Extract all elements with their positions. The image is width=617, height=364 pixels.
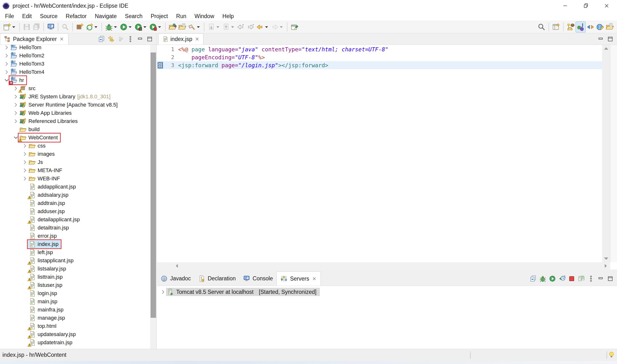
editor-overview-ruler[interactable] (610, 45, 617, 262)
chevron-right-icon[interactable] (22, 159, 28, 165)
tree-item-listuser-jsp[interactable]: listuser.jsp (0, 281, 150, 289)
scroll-left-icon[interactable] (176, 264, 178, 268)
chevron-right-icon[interactable] (3, 61, 10, 67)
tree-item-main-jsp[interactable]: main.jsp (0, 298, 150, 306)
menu-run[interactable]: Run (172, 12, 190, 21)
menu-source[interactable]: Source (36, 12, 62, 21)
menu-window[interactable]: Window (190, 12, 218, 21)
tree-item-login-jsp[interactable]: login.jsp (0, 289, 150, 298)
tree-item-build[interactable]: build (0, 125, 150, 133)
view-menu-button[interactable] (586, 274, 596, 284)
tab-package-explorer[interactable]: Package Explorer (0, 33, 68, 45)
save-button[interactable] (22, 22, 32, 32)
dropdown-arrow-icon[interactable] (12, 26, 15, 28)
code-editor[interactable]: 1<%@ page language="java" contentType="t… (157, 45, 617, 262)
dropdown-arrow-icon[interactable] (197, 26, 200, 28)
tab-servers[interactable]: Servers (276, 272, 321, 286)
minimize-view-button[interactable] (596, 274, 605, 284)
code-line-1[interactable]: 1<%@ page language="java" contentType="t… (157, 45, 602, 53)
tree-item-hellotom2[interactable]: JHelloTom2 (0, 52, 150, 60)
perspective-web-button[interactable] (595, 22, 605, 32)
view-menu-button[interactable] (126, 34, 135, 44)
maximize-view-button[interactable] (145, 34, 154, 44)
dropdown-arrow-icon[interactable] (143, 26, 146, 28)
dropdown-arrow-icon[interactable] (265, 26, 268, 28)
tree-item-detailtrain-jsp[interactable]: detailtrain.jsp (0, 224, 150, 232)
dropdown-arrow-icon[interactable] (114, 26, 117, 28)
scroll-down-icon[interactable] (604, 258, 608, 260)
open-resource-button[interactable] (177, 22, 187, 32)
tree-item-adduser-jsp[interactable]: adduser.jsp (0, 207, 150, 216)
tree-item-hellotom3[interactable]: JHelloTom3 (0, 60, 150, 68)
editor-ruler[interactable] (157, 61, 164, 69)
coverage-button[interactable] (133, 22, 148, 32)
perspective-java-ee-button[interactable] (566, 22, 576, 32)
editor-ruler[interactable] (157, 53, 164, 61)
close-icon[interactable] (194, 36, 200, 42)
tree-item-manage-jsp[interactable]: manage.jsp (0, 314, 150, 322)
close-window-button[interactable] (596, 0, 617, 12)
close-icon[interactable] (312, 276, 317, 281)
dropdown-arrow-icon[interactable] (158, 26, 161, 28)
tree-item-updatetrain-jsp[interactable]: updatetrain.jsp (0, 338, 150, 347)
maximize-view-button[interactable] (605, 34, 615, 44)
tree-item-listsalary-jsp[interactable]: listsalary.jsp (0, 265, 150, 273)
chevron-right-icon[interactable] (22, 167, 28, 174)
chevron-down-icon[interactable] (3, 77, 10, 83)
tree-item-referenced-libraries[interactable]: Referenced Libraries (0, 117, 150, 125)
search-button[interactable] (537, 22, 546, 32)
code-line-3[interactable]: 3<jsp:forward page="/login.jsp"></jsp:fo… (157, 61, 602, 69)
minimize-view-button[interactable] (596, 34, 605, 44)
new-web-wizard-button[interactable] (75, 22, 85, 32)
debug-button[interactable] (104, 22, 119, 32)
profile-server-button[interactable] (557, 274, 567, 284)
tree-item-addapplicant-jsp[interactable]: addapplicant.jsp (0, 183, 150, 191)
tree-item-hellotom4[interactable]: JHelloTom4 (0, 68, 150, 76)
last-edit-location-button[interactable] (236, 22, 245, 32)
tree-item-jre-system-library[interactable]: JRE System Library [jdk1.8.0_301] (0, 92, 150, 101)
next-annotation-button[interactable] (206, 22, 221, 32)
open-console-button[interactable] (46, 22, 56, 32)
previous-annotation-button[interactable] (221, 22, 236, 32)
chevron-right-icon[interactable] (22, 175, 28, 182)
next-edit-location-button[interactable] (245, 22, 255, 32)
search-flashlight-button[interactable] (187, 22, 202, 32)
chevron-right-icon[interactable] (13, 93, 19, 100)
pin-editor-button[interactable] (290, 22, 299, 32)
run-button[interactable] (119, 22, 133, 32)
dropdown-arrow-icon[interactable] (94, 26, 97, 28)
editor-vertical-scrollbar[interactable] (602, 45, 610, 262)
tree-item-css[interactable]: css (0, 142, 150, 150)
tree-item-mainfra-jsp[interactable]: mainfra.jsp (0, 306, 150, 314)
magnifier-button[interactable] (61, 22, 70, 32)
tree-item-hellotom[interactable]: JHelloTom (0, 45, 150, 52)
minimize-view-button[interactable] (135, 34, 145, 44)
chevron-right-icon[interactable] (13, 85, 19, 91)
dropdown-arrow-icon[interactable] (280, 26, 283, 28)
lightbulb-icon[interactable] (608, 351, 615, 358)
menu-help[interactable]: Help (218, 12, 238, 21)
chevron-right-icon[interactable] (22, 143, 28, 149)
dropdown-arrow-icon[interactable] (129, 26, 132, 28)
tree-item-addtrain-jsp[interactable]: addtrain.jsp (0, 199, 150, 207)
tree-item-addsalary-jsp[interactable]: addsalary.jsp (0, 191, 150, 199)
tree-item-js[interactable]: Js (0, 158, 150, 166)
chevron-right-icon[interactable] (3, 69, 10, 75)
chevron-right-icon[interactable] (22, 151, 28, 157)
editor-horizontal-scrollbar[interactable] (157, 262, 610, 270)
publish-server-button[interactable] (577, 274, 586, 284)
new-wizard-button[interactable] (2, 22, 17, 32)
tree-scrollbar[interactable] (150, 45, 156, 349)
profile-button[interactable] (148, 22, 163, 32)
tree-scrollbar-thumb[interactable] (151, 52, 156, 318)
tree-item-index-jsp[interactable]: index.jsp (0, 240, 150, 248)
back-button[interactable] (255, 22, 270, 32)
tree-item-error-jsp[interactable]: error.jsp (0, 232, 150, 240)
scroll-right-icon[interactable] (605, 264, 607, 268)
tree-item-server-runtime-apache-tomcat-v8-5[interactable]: Server Runtime [Apache Tomcat v8.5] (0, 101, 150, 109)
menu-refactor[interactable]: Refactor (62, 12, 91, 21)
tree-item-partial[interactable] (0, 347, 150, 349)
collapse-all-button[interactable] (97, 34, 106, 44)
tab-declaration[interactable]: {Declaration (194, 272, 239, 286)
tree-item-web-app-libraries[interactable]: Web App Libraries (0, 109, 150, 117)
